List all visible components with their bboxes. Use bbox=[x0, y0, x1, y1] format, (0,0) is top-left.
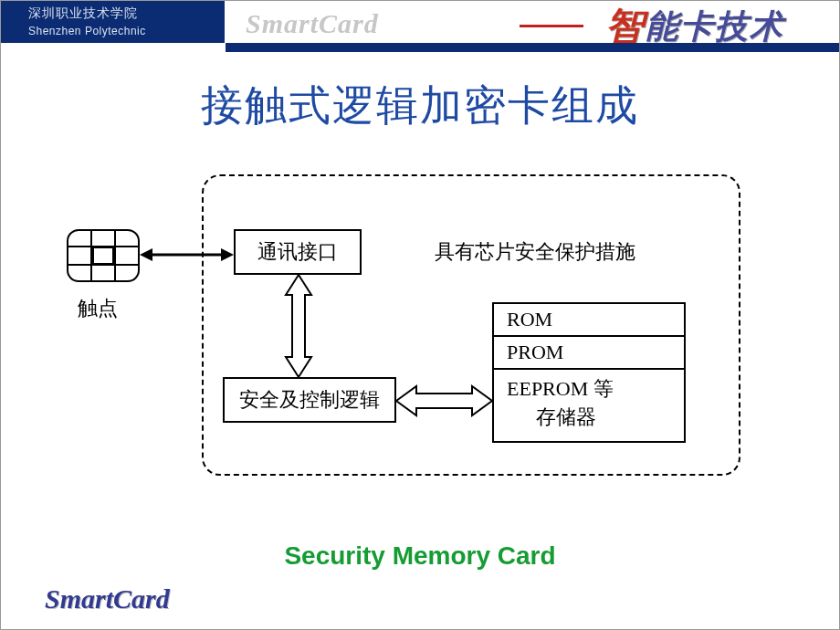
svg-marker-8 bbox=[221, 248, 234, 261]
org-block: 深圳职业技术学院 Shenzhen Polytechnic bbox=[1, 1, 225, 43]
footer-brand: SmartCard bbox=[45, 583, 170, 614]
memory-row-eeprom-l1: EEPROM 等 bbox=[507, 375, 671, 404]
org-name-en: Shenzhen Polytechnic bbox=[28, 23, 225, 39]
arrow-chip-to-comm bbox=[140, 246, 234, 264]
memory-row-prom: PROM bbox=[494, 337, 684, 370]
security-note: 具有芯片安全保护措施 bbox=[435, 238, 635, 266]
comm-interface-box: 通讯接口 bbox=[234, 229, 362, 275]
slide-title: 接触式逻辑加密卡组成 bbox=[1, 78, 839, 134]
svg-marker-7 bbox=[140, 248, 152, 261]
diagram: 触点 通讯接口 具有芯片安全保护措施 安全及控制逻辑 ROM PROM EEPR… bbox=[56, 174, 786, 521]
memory-row-eeprom: EEPROM 等 存储器 bbox=[494, 370, 684, 441]
caption-text: Security Memory Card bbox=[1, 541, 839, 571]
svg-marker-9 bbox=[286, 275, 311, 377]
memory-row-rom: ROM bbox=[494, 304, 684, 337]
red-accent-line bbox=[520, 25, 583, 27]
comm-interface-label: 通讯接口 bbox=[257, 238, 338, 266]
logic-box: 安全及控制逻辑 bbox=[223, 377, 396, 423]
header-bar: 深圳职业技术学院 Shenzhen Polytechnic SmartCard … bbox=[1, 1, 839, 54]
brand-prefix: 智 bbox=[605, 5, 646, 47]
arrow-logic-to-memory bbox=[396, 384, 492, 417]
blue-divider bbox=[226, 43, 839, 52]
org-name-cn: 深圳职业技术学院 bbox=[28, 4, 225, 23]
memory-row-eeprom-l2: 存储器 bbox=[507, 404, 671, 432]
brand-rest: 能卡技术 bbox=[646, 8, 784, 45]
svg-marker-10 bbox=[396, 386, 492, 415]
watermark-text: SmartCard bbox=[246, 8, 379, 39]
chip-contact-icon bbox=[67, 229, 140, 282]
logic-box-label: 安全及控制逻辑 bbox=[239, 386, 380, 414]
arrow-comm-to-logic bbox=[280, 275, 317, 377]
svg-rect-5 bbox=[93, 247, 113, 264]
memory-box: ROM PROM EEPROM 等 存储器 bbox=[492, 302, 686, 443]
chip-label: 触点 bbox=[78, 295, 118, 322]
